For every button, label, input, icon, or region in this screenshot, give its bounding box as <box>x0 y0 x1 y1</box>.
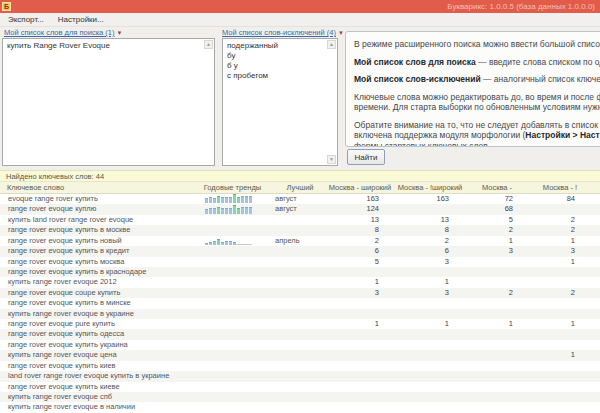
value-cell <box>395 329 465 339</box>
exclude-words-listbox[interactable]: подержанныйбуб ус пробегом ▲ ▼ <box>222 38 338 166</box>
trend-cell <box>190 298 275 308</box>
table-row[interactable]: range rover evoque купить москва531 <box>0 257 600 267</box>
column-header[interactable]: Москва - !широкий <box>395 182 465 193</box>
best-month-cell <box>275 215 325 225</box>
trend-bar <box>213 198 216 203</box>
column-header[interactable]: Москва - фразовый <box>465 182 529 193</box>
search-list-header-link[interactable]: Мой список слов для поиска (1) <box>4 28 115 37</box>
trend-bar <box>233 194 236 203</box>
scroll-up-icon[interactable]: ▲ <box>327 40 336 49</box>
exclude-list-dropdown-arrow[interactable]: ▼ <box>338 30 344 36</box>
value-cell: 13 <box>395 215 465 225</box>
table-row[interactable]: range rover evoque купить в кредит6633 <box>0 246 600 256</box>
value-cell <box>529 340 591 350</box>
table-row[interactable]: купить range rover evoque 201211 <box>0 277 600 287</box>
help-text-line: В режиме расширенного поиска можно ввест… <box>354 39 600 50</box>
keyword-cell: купить range rover evoque цена <box>0 350 190 360</box>
table-row[interactable]: range rover evoque pure купить1111 <box>0 319 600 329</box>
best-month-cell <box>275 225 325 235</box>
value-cell: 2 <box>395 236 465 246</box>
value-cell: 1 <box>395 319 465 329</box>
table-row[interactable]: купить range rover evoque в украине <box>0 309 600 319</box>
table-row[interactable]: range rover evoque купить новыйапрель221… <box>0 236 600 246</box>
trend-bar <box>229 197 232 203</box>
table-row[interactable]: range rover evoque купить в москве8822 <box>0 225 600 235</box>
best-month-cell <box>275 350 325 360</box>
column-header[interactable]: Москва - !фразовый <box>529 182 591 193</box>
column-header[interactable]: Москва - широкий <box>325 182 395 193</box>
table-row[interactable]: land rover range rover evoque купить в у… <box>0 371 600 381</box>
table-row[interactable]: купить range rover evoque спб <box>0 392 600 402</box>
best-month-cell <box>275 392 325 402</box>
column-header[interactable]: Ключевое слово <box>0 182 190 193</box>
scroll-down-icon[interactable]: ▼ <box>327 155 336 164</box>
best-month-cell <box>275 309 325 319</box>
value-cell: 8 <box>395 225 465 235</box>
best-month-cell <box>275 319 325 329</box>
value-cell: 84 <box>529 194 591 204</box>
trend-bar <box>213 208 216 214</box>
exclude-words-content: подержанныйбуб ус пробегом <box>223 39 337 83</box>
table-row[interactable]: range rover evoque купить киев <box>0 361 600 371</box>
table-row[interactable]: купить range rover evoque цена1 <box>0 350 600 360</box>
value-cell <box>325 340 395 350</box>
best-month-cell: апрель <box>275 236 325 246</box>
list-word: бу <box>227 51 333 61</box>
trend-cell <box>190 267 275 277</box>
trend-bar <box>205 209 208 214</box>
table-row[interactable]: range rover evoque купить в краснодаре <box>0 267 600 277</box>
column-header[interactable]: Годовые тренды <box>190 182 275 193</box>
trend-cell <box>190 340 275 350</box>
value-cell: 163 <box>395 194 465 204</box>
table-row[interactable]: range rover evoque купить в минске <box>0 298 600 308</box>
keyword-cell: купить range rover evoque в украине <box>0 309 190 319</box>
table-row[interactable]: купить range rover evoque в наличии <box>0 402 600 412</box>
trend-bar <box>225 208 228 214</box>
window-title: Букварикс: 1.0.0.5 (база данных 1.0.0.0) <box>447 2 595 11</box>
search-words-content: купить Range Rover Evoque <box>3 39 214 53</box>
table-row[interactable]: range rover evoque купить киеве <box>0 382 600 392</box>
value-cell: 1 <box>529 236 591 246</box>
table-row[interactable]: range rover evoque купить украина <box>0 340 600 350</box>
scroll-up-icon[interactable]: ▲ <box>204 40 213 49</box>
best-month-cell <box>275 371 325 381</box>
value-cell: 3 <box>395 288 465 298</box>
value-cell: 163 <box>325 194 395 204</box>
best-month-cell <box>275 382 325 392</box>
value-cell <box>395 392 465 402</box>
trend-bar <box>209 208 212 214</box>
exclude-list-header-link[interactable]: Мой список слов-исключений (4) <box>222 28 336 37</box>
value-cell <box>325 350 395 360</box>
table-row[interactable]: range rover evoque куплюавгуст12468 <box>0 204 600 214</box>
find-button[interactable]: Найти <box>347 149 385 165</box>
value-cell <box>465 371 529 381</box>
keyword-cell: range rover evoque купить киев <box>0 361 190 371</box>
search-words-listbox[interactable]: купить Range Rover Evoque ▲ <box>2 38 215 166</box>
value-cell: 5 <box>465 215 529 225</box>
value-cell: 1 <box>529 350 591 360</box>
table-row[interactable]: evoque range rover купитьавгуст163163728… <box>0 194 600 204</box>
menu-item-export[interactable]: Экспорт... <box>2 15 50 24</box>
value-cell <box>529 361 591 371</box>
column-header[interactable]: Лучший месяц <box>275 182 325 193</box>
table-row[interactable]: купить land rover range rover evoque1313… <box>0 215 600 225</box>
list-word: купить Range Rover Evoque <box>7 41 210 51</box>
value-cell: 8 <box>325 225 395 235</box>
help-text-line: Ключевые слова можно редактировать до, в… <box>354 92 600 103</box>
list-word: б у <box>227 61 333 71</box>
value-cell: 2 <box>529 288 591 298</box>
table-row[interactable]: range rover evoque купить одесса <box>0 329 600 339</box>
best-month-cell: август <box>275 194 325 204</box>
app-icon: Б <box>2 2 11 11</box>
best-month-cell <box>275 257 325 267</box>
found-count-bar: Найдено ключевых слов: 44 <box>0 170 600 182</box>
trend-bar <box>233 205 236 214</box>
table-row[interactable]: range rover evoque coupe купить3322 <box>0 288 600 298</box>
trend-bar <box>205 198 208 203</box>
search-list-dropdown-arrow[interactable]: ▼ <box>117 30 123 36</box>
trend-bar <box>229 208 232 214</box>
trend-cell <box>190 246 275 256</box>
value-cell <box>465 340 529 350</box>
menu-item-settings[interactable]: Настройки... <box>52 15 110 24</box>
value-cell <box>325 309 395 319</box>
